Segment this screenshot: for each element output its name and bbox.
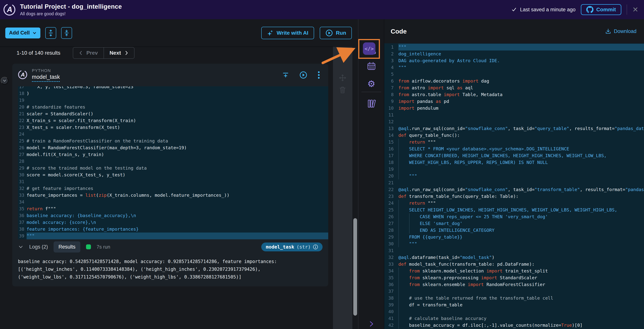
add-cell-button[interactable]: Add Cell (5, 27, 40, 38)
code-line[interactable]: 42 baseline_accuracy = df.iloc[:,-1].val… (384, 322, 644, 329)
tab-logs[interactable]: Logs (2) (29, 244, 48, 250)
cell-language-label: PYTHON (32, 68, 60, 73)
close-icon[interactable]: ✕ (632, 6, 638, 13)
run-cell-icon[interactable] (299, 71, 308, 79)
code-line[interactable]: 23def transform_table_func(query_table: … (384, 193, 644, 200)
code-line[interactable]: 35return f""" (18, 205, 328, 212)
code-line[interactable]: 31 (384, 247, 644, 254)
code-line[interactable]: 20 """ (384, 173, 644, 179)
cell-code-editor[interactable]: 17 X, y, test_size=0.3, random_state=231… (18, 86, 328, 239)
code-line[interactable]: 21 (384, 179, 644, 186)
rail-code-icon[interactable]: </> (363, 42, 376, 55)
code-line[interactable]: 41 # calculate baseline accuracy (384, 315, 644, 322)
code-line[interactable]: 5 (384, 71, 644, 78)
code-line[interactable]: 26model = RandomForestClassifier(max_dep… (18, 144, 328, 151)
code-line[interactable]: 9import pandas as pd (384, 98, 644, 105)
code-line[interactable]: 28 (18, 158, 328, 165)
code-line[interactable]: 16 SELECT * FROM <your database>.<your_s… (384, 145, 644, 152)
expand-panel-chevron-icon[interactable] (358, 320, 384, 328)
code-line[interactable]: 8from astro.table import Table, Metadata (384, 91, 644, 98)
code-line[interactable]: 19 (384, 166, 644, 173)
code-line[interactable]: 35 from sklearn.preprocessing import Sta… (384, 274, 644, 281)
code-line[interactable]: 38feature importances: {feature_importan… (18, 226, 328, 233)
output-variable-badge[interactable]: model_task (str) (261, 243, 322, 251)
code-line[interactable]: 29# score the trained model on the testi… (18, 165, 328, 171)
next-page-button[interactable]: Next (104, 47, 134, 58)
code-line[interactable]: 17 X, y, test_size=0.3, random_state=23 (18, 86, 328, 90)
cell-name-input[interactable]: model_task (32, 74, 60, 82)
cell-menu-icon[interactable] (318, 71, 320, 79)
code-line[interactable]: 24 return """ (384, 200, 644, 207)
code-line[interactable]: 13@aql.run_raw_sql(conn_id="snowflake_co… (384, 125, 644, 132)
code-line[interactable]: 2dog_intelligence (384, 50, 644, 57)
code-line[interactable]: 32# get feature importances (18, 185, 328, 192)
code-line[interactable]: 10import pendulum (384, 105, 644, 112)
code-line[interactable]: 17 WHERE CONCAT(BREED, HEIGHT_LOW_INCHES… (384, 152, 644, 159)
code-line[interactable]: 6from airflow.decorators import dag (384, 78, 644, 84)
rail-settings-icon[interactable]: ⚙ (358, 79, 384, 89)
notebook-scrollbar-track[interactable] (352, 47, 358, 329)
code-line[interactable]: 4""" (384, 64, 644, 71)
prev-page-button[interactable]: Prev (73, 47, 104, 58)
add-cell-above-icon[interactable] (282, 72, 289, 78)
code-line[interactable]: 18) (18, 90, 328, 97)
code-line[interactable]: 22X_train_s = scaler.fit_transform(X_tra… (18, 117, 328, 124)
code-line[interactable]: 21scaler = StandardScaler() (18, 110, 328, 117)
code-line[interactable]: 15 return """ (384, 139, 644, 145)
code-line[interactable]: 39""" (18, 233, 328, 239)
code-line[interactable]: 37 (384, 288, 644, 295)
line-number: 25 (18, 138, 26, 144)
collapse-cell-button[interactable] (1, 77, 8, 84)
code-line[interactable]: 40 (384, 308, 644, 315)
collapse-output-icon[interactable] (18, 244, 24, 250)
commit-button[interactable]: Commit (581, 4, 621, 15)
code-line[interactable]: 34 from sklearn.model_selection import t… (384, 268, 644, 274)
dag-code-editor[interactable]: 1"""2dog_intelligence3DAG auto-generated… (384, 43, 644, 329)
notebook-scrollbar-thumb[interactable] (353, 218, 357, 316)
code-line[interactable]: 27 ELSE 'smart_dog' (384, 220, 644, 227)
code-line[interactable]: 31 (18, 178, 328, 185)
code-line[interactable]: 29 FROM {{query_table}} (384, 234, 644, 240)
code-line[interactable]: 1""" (384, 44, 644, 50)
code-line[interactable]: 28 END AS INTELLIGENCE_CATEGORY (384, 227, 644, 234)
line-number: 14 (384, 132, 398, 139)
line-number: 25 (384, 207, 398, 213)
code-line[interactable]: 33feature_importances = list(zip(X_train… (18, 192, 328, 199)
download-button[interactable]: Download (605, 28, 636, 34)
code-line[interactable]: 24 (18, 131, 328, 138)
code-line[interactable]: 37model accuracy: {score},\n (18, 219, 328, 226)
tab-results[interactable]: Results (54, 241, 80, 253)
code-line[interactable]: 38 # use the table returned from the tra… (384, 295, 644, 302)
code-line[interactable]: 12 (384, 118, 644, 125)
move-cell-icon[interactable] (338, 73, 347, 82)
code-line[interactable]: 32@aql.dataframe(task_id="model_task") (384, 254, 644, 261)
code-line[interactable]: 39 df = transform_table (384, 302, 644, 308)
code-line[interactable]: 30score = model.score(X_test_s, y_test) (18, 171, 328, 178)
code-line[interactable]: 34 (18, 199, 328, 205)
rail-library-icon[interactable] (358, 98, 384, 109)
code-line[interactable]: 30 """ (384, 240, 644, 247)
expand-all-cells-button[interactable] (45, 27, 56, 39)
write-with-ai-button[interactable]: Write with AI (261, 27, 314, 39)
code-line[interactable]: 25# train a RandomForestClassifier on th… (18, 138, 328, 144)
code-line[interactable]: 14def query_table_func(): (384, 132, 644, 139)
code-line[interactable]: 36 from sklearn.ensemble import RandomFo… (384, 281, 644, 288)
code-line[interactable]: 26 CASE WHEN reps_upper <= 25 THEN 'very… (384, 213, 644, 220)
code-line[interactable]: 11 (384, 112, 644, 118)
code-line[interactable]: 7from astro import sql as aql (384, 84, 644, 91)
info-icon[interactable] (313, 244, 318, 250)
code-line[interactable]: 19 (18, 97, 328, 104)
code-line[interactable]: 27model.fit(X_train_s, y_train) (18, 151, 328, 158)
code-line[interactable]: 3DAG auto-generated by Astro Cloud IDE. (384, 57, 644, 64)
code-line[interactable]: 20# standardize features (18, 104, 328, 110)
code-line[interactable]: 36baseline accuracy: {baseline_accuracy}… (18, 212, 328, 219)
rail-schedule-icon[interactable] (358, 61, 384, 71)
collapse-all-cells-button[interactable] (61, 27, 72, 39)
code-line[interactable]: 25 SELECT HEIGHT_LOW_INCHES, HEIGHT_HIGH… (384, 207, 644, 213)
code-line[interactable]: 23X_test_s = scaler.transform(X_test) (18, 124, 328, 131)
code-line[interactable]: 33def model_task_func(transform_table: p… (384, 261, 644, 268)
run-button[interactable]: Run (320, 27, 352, 39)
delete-cell-icon[interactable] (338, 85, 347, 94)
code-line[interactable]: 22@aql.run_raw_sql(conn_id="snowflake_co… (384, 186, 644, 193)
code-line[interactable]: 18 WEIGHT_HIGH_LBS, REPS_UPPER, REPS_LOW… (384, 159, 644, 166)
